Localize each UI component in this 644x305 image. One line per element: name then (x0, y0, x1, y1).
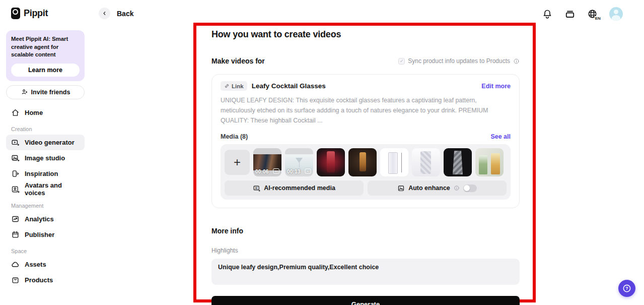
topbar-icons: EN (541, 7, 623, 21)
image-icon (397, 185, 405, 192)
ai-recommended-media-button[interactable]: AI AI-recommended media (225, 180, 364, 196)
make-videos-for-label: Make videos for (211, 57, 265, 65)
avatars-icon (11, 185, 20, 194)
info-icon[interactable] (454, 185, 460, 191)
sidebar-item-label: Products (25, 276, 53, 284)
sidebar-nav: HomeCreationVideo generatorImage studioI… (6, 105, 85, 288)
nav-section-label-management: Management (11, 203, 85, 209)
sidebar-item-inspiration[interactable]: Inspiration (6, 166, 85, 181)
add-media-button[interactable]: + (225, 150, 250, 175)
invite-friends-button[interactable]: Invite friends (6, 85, 85, 99)
billing-cards-icon[interactable] (564, 8, 576, 20)
link-source-badge: Link (221, 81, 247, 91)
analytics-icon (11, 215, 20, 223)
sidebar-item-analytics[interactable]: Analytics (6, 211, 85, 227)
sidebar-item-label: Analytics (25, 215, 54, 223)
sidebar-item-label: Publisher (25, 231, 54, 238)
media-count-label: Media (8) (221, 133, 248, 140)
media-tiles: + 00:06AI00:13AI (225, 148, 507, 176)
auto-enhance-toggle[interactable] (463, 185, 477, 192)
sync-checkbox[interactable]: ✓ (398, 58, 405, 65)
invite-friends-label: Invite friends (31, 89, 70, 96)
help-button[interactable]: ? (618, 280, 635, 297)
products-icon (11, 276, 20, 284)
media-box: + 00:06AI00:13AI AI AI-recommended media… (221, 144, 511, 200)
page-title: How you want to create videos (211, 29, 520, 40)
sidebar-item-label: Assets (25, 261, 46, 268)
publisher-icon (11, 230, 20, 239)
sidebar-item-label: Avatars and voices (25, 181, 80, 197)
sync-product-info-row: ✓ Sync product info updates to Products (398, 57, 520, 65)
sidebar-item-avatars-and-voices[interactable]: Avatars and voices (6, 181, 85, 197)
ai-screen-icon: AI (253, 185, 260, 192)
video-plus-icon (11, 138, 20, 147)
sidebar-item-products[interactable]: Products (6, 272, 85, 288)
link-icon (224, 83, 230, 89)
language-label: EN (595, 16, 601, 21)
brand-name: Pippit (24, 8, 48, 19)
sync-label: Sync product info updates to Products (408, 57, 510, 65)
bell-icon[interactable] (541, 8, 553, 20)
sidebar-item-video-generator[interactable]: Video generator (6, 135, 85, 150)
back-button[interactable]: Back (99, 8, 133, 19)
promo-text: Meet Pippit AI: Smart creative agent for… (11, 35, 80, 59)
media-thumbnail-2[interactable]: 00:13AI (285, 148, 313, 176)
ai-generated-badge-icon: AI (305, 168, 311, 174)
generate-button[interactable]: Generate (211, 296, 520, 305)
highlights-label: Highlights (211, 247, 520, 254)
media-thumbnail-4[interactable] (348, 148, 377, 176)
sidebar: Meet Pippit AI: Smart creative agent for… (0, 28, 91, 305)
assets-icon (11, 260, 20, 269)
user-avatar[interactable] (609, 7, 623, 21)
info-icon[interactable] (513, 58, 520, 65)
person-plus-icon (21, 88, 28, 96)
image-plus-icon (11, 154, 20, 162)
globe-language-icon[interactable]: EN (587, 8, 599, 20)
product-card: Link Leafy Cocktail Glasses Edit more UN… (211, 74, 520, 208)
back-label: Back (117, 10, 133, 18)
edit-more-link[interactable]: Edit more (481, 83, 511, 90)
sidebar-item-image-studio[interactable]: Image studio (6, 150, 85, 166)
video-duration-badge: 00:13 (287, 169, 301, 174)
link-badge-label: Link (232, 83, 244, 89)
auto-enhance-label: Auto enhance (408, 185, 450, 192)
svg-text:?: ? (625, 286, 628, 291)
ai-generated-badge-icon: AI (273, 168, 279, 174)
home-icon (11, 108, 20, 117)
nav-section-label-creation: Creation (11, 126, 85, 132)
ai-recommended-media-label: AI-recommended media (264, 185, 335, 192)
sidebar-item-label: Image studio (25, 154, 65, 162)
product-description: UNIQUE LEAFY DESIGN: This exquisite cock… (221, 95, 511, 126)
media-thumbnail-5[interactable] (380, 148, 408, 176)
sidebar-item-publisher[interactable]: Publisher (6, 227, 85, 242)
chevron-left-icon[interactable] (99, 8, 110, 19)
sidebar-item-label: Video generator (25, 139, 75, 146)
pippit-logo[interactable]: Pippit (11, 8, 48, 19)
question-mark-icon: ? (622, 283, 632, 293)
highlights-input[interactable]: Unique leafy design,Premium quality,Exce… (211, 259, 520, 285)
pippit-logo-icon (11, 8, 20, 19)
svg-text:AI: AI (255, 187, 258, 189)
media-thumbnail-3[interactable] (317, 148, 345, 176)
media-thumbnail-7[interactable] (444, 148, 472, 176)
inspiration-icon (11, 169, 20, 178)
media-thumbnail-1[interactable]: 00:06AI (253, 148, 281, 176)
sidebar-item-label: Home (25, 109, 43, 116)
media-thumbnail-6[interactable] (412, 148, 440, 176)
sidebar-item-assets[interactable]: Assets (6, 257, 85, 272)
main-content: How you want to create videos Make video… (211, 26, 520, 305)
learn-more-button[interactable]: Learn more (11, 64, 80, 77)
media-thumbnail-8[interactable] (475, 148, 504, 176)
more-info-heading: More info (211, 227, 520, 235)
product-name: Leafy Cocktail Glasses (252, 82, 477, 90)
pippit-ai-promo-card: Meet Pippit AI: Smart creative agent for… (6, 30, 85, 81)
sidebar-item-home[interactable]: Home (6, 105, 85, 120)
auto-enhance-button[interactable]: Auto enhance (368, 180, 507, 196)
nav-section-label-space: Space (11, 248, 85, 254)
sidebar-item-label: Inspiration (25, 170, 58, 177)
see-all-link[interactable]: See all (490, 133, 511, 140)
video-duration-badge: 00:06 (255, 169, 269, 174)
